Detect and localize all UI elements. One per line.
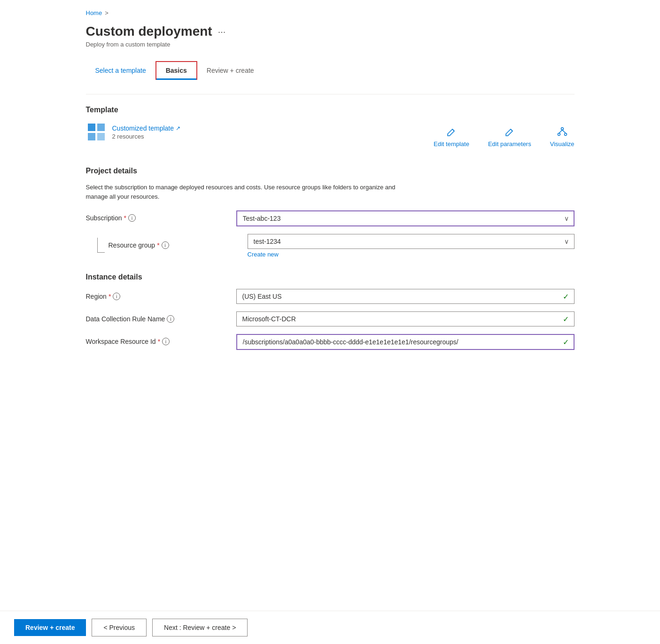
workspace-resource-id-info-icon[interactable]: i	[162, 338, 170, 345]
svg-point-6	[564, 133, 567, 135]
create-new-link[interactable]: Create new	[248, 251, 575, 258]
page-title: Custom deployment	[86, 24, 212, 39]
template-grid-icon	[86, 122, 107, 142]
breadcrumb-home-link[interactable]: Home	[86, 9, 102, 16]
region-label: Region * i	[86, 293, 227, 300]
instance-details-section: Instance details Region * i (US) East US…	[86, 273, 575, 350]
edit-template-label: Edit template	[434, 140, 469, 147]
dcr-name-valid-icon: ✓	[563, 315, 569, 324]
svg-point-5	[558, 133, 560, 135]
template-info: Customized template ↗ 2 resources	[112, 124, 181, 140]
resource-group-required: *	[157, 241, 159, 249]
dcr-name-label: Data Collection Rule Name i	[86, 315, 227, 323]
workspace-resource-id-row: Workspace Resource Id * i ✓	[86, 334, 575, 350]
template-card: Customized template ↗ 2 resources	[86, 122, 181, 142]
svg-rect-1	[97, 124, 105, 131]
svg-line-7	[559, 130, 562, 133]
edit-template-button[interactable]: Edit template	[434, 126, 469, 147]
template-actions: Edit template Edit parameters	[434, 126, 574, 147]
tab-basics-label: Basics	[166, 67, 187, 74]
svg-line-8	[562, 130, 566, 133]
rg-connector	[97, 238, 105, 253]
dcr-name-row: Data Collection Rule Name i ✓	[86, 311, 575, 326]
subscription-label: Subscription * i	[86, 214, 227, 222]
svg-rect-2	[88, 133, 95, 140]
resource-group-select[interactable]: test-1234	[248, 234, 575, 249]
workspace-resource-id-input-wrapper: ✓	[236, 334, 575, 350]
template-resources: 2 resources	[112, 133, 181, 140]
wizard-tabs: Select a template Basics Review + create	[86, 61, 575, 80]
tab-select-template[interactable]: Select a template	[86, 62, 155, 79]
workspace-resource-id-input[interactable]	[236, 334, 575, 350]
dcr-name-info-icon[interactable]: i	[167, 315, 174, 323]
tab-basics[interactable]: Basics	[155, 61, 197, 80]
region-select[interactable]: (US) East US	[236, 289, 575, 304]
subscription-row: Subscription * i Test-abc-123 ∨	[86, 210, 575, 226]
edit-parameters-button[interactable]: Edit parameters	[488, 126, 531, 147]
template-section: Template Customized template ↗	[86, 106, 575, 152]
template-name-link[interactable]: Customized template ↗	[112, 124, 181, 132]
region-valid-icon: ✓	[563, 292, 569, 301]
template-section-heading: Template	[86, 106, 575, 114]
workspace-resource-id-valid-icon: ✓	[563, 338, 569, 347]
project-description: Select the subscription to manage deploy…	[86, 183, 415, 201]
breadcrumb-separator: >	[105, 9, 109, 16]
subscription-select[interactable]: Test-abc-123	[236, 210, 575, 226]
resource-group-label-text: Resource group	[109, 241, 155, 249]
page-subtitle: Deploy from a custom template	[86, 41, 575, 48]
region-label-text: Region	[86, 293, 107, 300]
region-required: *	[109, 293, 111, 300]
resource-group-select-wrapper: test-1234 ∨	[248, 234, 575, 249]
subscription-required: *	[124, 214, 126, 222]
tab-active-indicator	[156, 78, 196, 80]
project-details-heading: Project details	[86, 167, 575, 175]
subscription-info-icon[interactable]: i	[128, 214, 136, 222]
template-name: Customized template	[112, 124, 174, 132]
svg-point-4	[561, 127, 563, 130]
workspace-resource-id-label: Workspace Resource Id * i	[86, 338, 227, 345]
dcr-name-input-wrapper: ✓	[236, 311, 575, 326]
edit-parameters-label: Edit parameters	[488, 140, 531, 147]
visualize-button[interactable]: Visualize	[550, 126, 575, 147]
workspace-resource-id-required: *	[158, 338, 160, 345]
breadcrumb: Home >	[86, 9, 575, 16]
region-row: Region * i (US) East US ✓	[86, 289, 575, 304]
visualize-label: Visualize	[550, 140, 575, 147]
resource-group-info-icon[interactable]: i	[162, 241, 169, 249]
project-details-section: Project details Select the subscription …	[86, 167, 575, 258]
region-select-wrapper: (US) East US ✓	[236, 289, 575, 304]
region-info-icon[interactable]: i	[113, 293, 120, 300]
resource-group-row: Resource group * i test-1234 ∨ Create ne…	[97, 234, 575, 258]
tab-review-create[interactable]: Review + create	[197, 62, 264, 79]
subscription-label-text: Subscription	[86, 214, 122, 222]
section-divider	[86, 94, 575, 94]
dcr-name-label-text: Data Collection Rule Name	[86, 315, 165, 323]
svg-rect-3	[97, 133, 105, 140]
instance-details-heading: Instance details	[86, 273, 575, 281]
resource-group-label: Resource group * i	[109, 238, 169, 249]
svg-rect-0	[88, 124, 95, 131]
external-link-icon: ↗	[176, 125, 180, 132]
dcr-name-input[interactable]	[236, 311, 575, 326]
subscription-select-wrapper: Test-abc-123 ∨	[236, 210, 575, 226]
more-options-icon[interactable]: ···	[218, 26, 226, 37]
workspace-resource-id-label-text: Workspace Resource Id	[86, 338, 156, 345]
